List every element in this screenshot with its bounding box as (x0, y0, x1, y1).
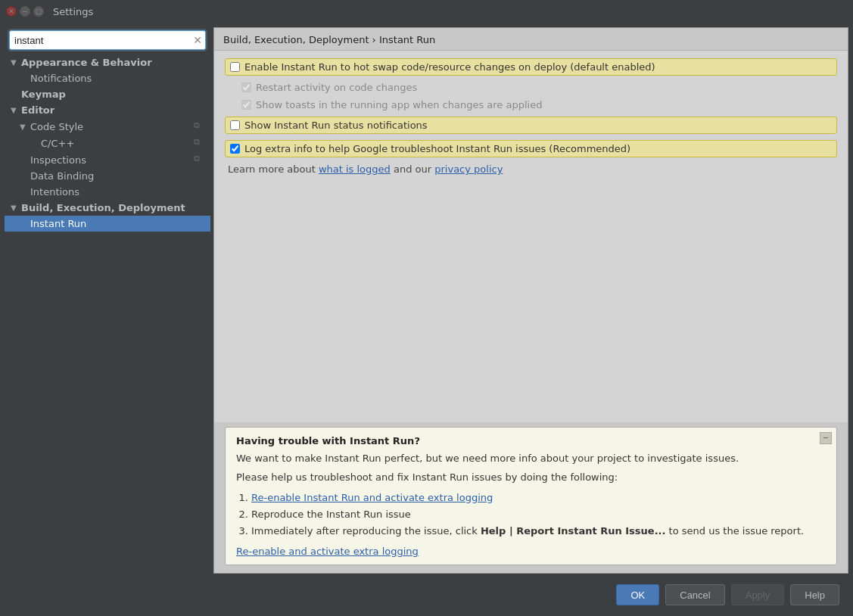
sidebar-item-label: Build, Execution, Deployment (21, 202, 206, 213)
sidebar-item-appearance-behavior[interactable]: ▼ Appearance & Behavior (5, 54, 210, 70)
minimize-button[interactable]: − (20, 6, 30, 17)
search-input[interactable] (9, 30, 206, 50)
sidebar-item-notifications[interactable]: Notifications (5, 70, 210, 86)
ok-button[interactable]: OK (616, 584, 659, 605)
sidebar-item-label: Code Style (30, 121, 194, 132)
restart-activity-checkbox[interactable] (241, 82, 251, 92)
trouble-footer: Re-enable and activate extra logging (236, 546, 826, 557)
re-enable-link[interactable]: Re-enable Instant Run and activate extra… (251, 492, 493, 503)
option-enable-instant-run: Enable Instant Run to hot swap code/reso… (225, 58, 837, 76)
trouble-body-2: Please help us troubleshoot and fix Inst… (236, 470, 826, 485)
copy-icon: ⧉ (194, 137, 206, 149)
immediately-text: Immediately after reproducing the issue,… (251, 525, 481, 537)
copy-icon: ⧉ (194, 120, 206, 132)
log-extra-info-label: Log extra info to help Google troublesho… (244, 143, 630, 154)
sidebar-item-code-style[interactable]: ▼ Code Style ⧉ (5, 118, 210, 135)
sidebar-item-label: Editor (21, 104, 206, 116)
sidebar-item-instant-run[interactable]: Instant Run (5, 216, 210, 232)
sidebar-item-inspections[interactable]: Inspections ⧉ (5, 151, 210, 168)
panel-header: Build, Execution, Deployment › Instant R… (214, 28, 848, 51)
sidebar-item-label: Instant Run (30, 218, 206, 229)
report-bold-text: Help | Report Instant Run Issue... (481, 525, 666, 537)
sidebar-item-label: Keymap (21, 89, 206, 100)
re-enable-activate-link[interactable]: Re-enable and activate extra logging (236, 546, 419, 557)
maximize-button[interactable]: □ (33, 6, 44, 17)
settings-window: ✕ − □ Settings ✕ ▼ Appearance (0, 0, 853, 616)
trouble-list-item-1: Re-enable Instant Run and activate extra… (251, 490, 826, 506)
tree-area: ▼ Appearance & Behavior Notifications Ke… (5, 54, 210, 574)
show-toasts-checkbox[interactable] (241, 100, 251, 110)
learn-more-prefix: Learn more about (228, 163, 316, 175)
sidebar-item-label: Intentions (30, 186, 206, 198)
search-clear-icon[interactable]: ✕ (193, 35, 202, 45)
option-restart-activity: Restart activity on code changes (225, 82, 837, 93)
dialog-body: ✕ ▼ Appearance & Behavior Notifications (0, 23, 853, 616)
trouble-list: Re-enable Instant Run and activate extra… (236, 490, 826, 540)
trouble-list-item-2: Reproduce the Instant Run issue (251, 506, 826, 523)
sidebar-item-keymap[interactable]: Keymap (5, 86, 210, 102)
restart-activity-label: Restart activity on code changes (256, 82, 417, 93)
arrow-icon: ▼ (11, 106, 21, 114)
collapse-trouble-button[interactable]: − (820, 432, 832, 444)
arrow-icon: ▼ (11, 204, 21, 212)
learn-more-row: Learn more about what is logged and our … (225, 163, 837, 175)
option-log-extra-info: Log extra info to help Google troublesho… (225, 140, 837, 157)
cancel-button[interactable]: Cancel (665, 584, 724, 605)
trouble-body-1: We want to make Instant Run perfect, but… (236, 451, 826, 466)
right-panel: Build, Execution, Deployment › Instant R… (213, 27, 848, 574)
and-our-text: and our (394, 163, 431, 175)
arrow-icon: ▼ (11, 58, 21, 67)
arrow-icon: ▼ (20, 123, 30, 131)
enable-instant-run-checkbox[interactable] (230, 62, 240, 72)
breadcrumb: Build, Execution, Deployment › Instant R… (223, 34, 435, 45)
panel-content: Enable Instant Run to hot swap code/reso… (214, 51, 848, 422)
title-bar: ✕ − □ Settings (0, 0, 853, 23)
bottom-bar: OK Cancel Apply Help (5, 578, 848, 611)
send-text: to send us the issue report. (665, 525, 804, 537)
show-toasts-label: Show toasts in the running app when chan… (256, 99, 542, 110)
privacy-policy-link[interactable]: privacy policy (434, 163, 503, 175)
log-extra-info-checkbox[interactable] (230, 144, 240, 154)
enable-instant-run-label: Enable Instant Run to hot swap code/reso… (244, 61, 655, 73)
show-status-notifications-label: Show Instant Run status notifications (244, 120, 428, 131)
sidebar-item-data-binding[interactable]: Data Binding (5, 168, 210, 184)
what-is-logged-link[interactable]: what is logged (319, 163, 391, 175)
sidebar-item-label: Appearance & Behavior (21, 57, 206, 68)
option-show-status-notifications: Show Instant Run status notifications (225, 117, 837, 134)
main-content: ✕ ▼ Appearance & Behavior Notifications (5, 27, 848, 574)
sidebar: ✕ ▼ Appearance & Behavior Notifications (5, 27, 210, 574)
copy-icon: ⧉ (194, 154, 206, 166)
sidebar-item-label: Data Binding (30, 170, 206, 182)
apply-button[interactable]: Apply (731, 584, 785, 605)
show-status-notifications-checkbox[interactable] (230, 120, 240, 130)
sidebar-item-editor[interactable]: ▼ Editor (5, 102, 210, 118)
reproduce-text: Reproduce the Instant Run issue (251, 509, 411, 520)
sidebar-item-build-execution-deployment[interactable]: ▼ Build, Execution, Deployment (5, 200, 210, 216)
search-area: ✕ (5, 27, 210, 54)
window-controls: ✕ − □ (6, 6, 44, 17)
sidebar-item-label: C/C++ (41, 138, 194, 149)
option-show-toasts: Show toasts in the running app when chan… (225, 99, 837, 110)
help-button[interactable]: Help (790, 584, 839, 605)
close-button[interactable]: ✕ (6, 6, 17, 17)
sidebar-item-label: Notifications (30, 73, 206, 84)
sidebar-item-cpp[interactable]: C/C++ ⧉ (5, 135, 210, 151)
trouble-box: − Having trouble with Instant Run? We wa… (225, 427, 837, 565)
trouble-list-item-3: Immediately after reproducing the issue,… (251, 523, 826, 540)
window-title: Settings (53, 6, 93, 17)
trouble-title: Having trouble with Instant Run? (236, 435, 826, 446)
sidebar-item-intentions[interactable]: Intentions (5, 184, 210, 200)
sidebar-item-label: Inspections (30, 154, 194, 166)
search-wrapper: ✕ (9, 30, 206, 50)
